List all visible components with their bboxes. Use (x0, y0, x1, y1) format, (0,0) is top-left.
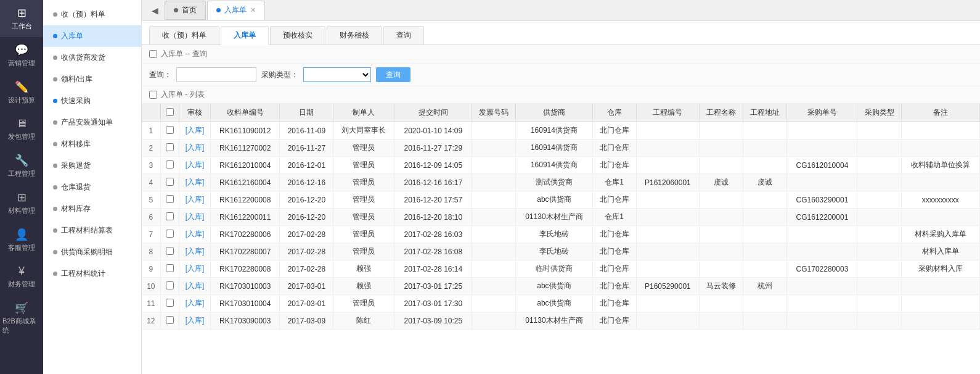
row-checkbox[interactable] (166, 160, 174, 168)
query-input[interactable] (176, 67, 256, 82)
ruku-link[interactable]: [入库] (186, 230, 205, 238)
row-purchase-type (857, 139, 901, 157)
row-checkbox-cell (160, 260, 179, 278)
row-checkbox[interactable] (166, 316, 174, 324)
row-purchase-no: CG1612200001 (787, 209, 857, 226)
nav-dot (53, 77, 57, 81)
query-button[interactable]: 查询 (376, 67, 410, 82)
nav-item-kuaisu[interactable]: 快速采购 (43, 90, 141, 112)
nav-dot (53, 250, 57, 254)
row-checkbox[interactable] (166, 299, 174, 307)
row-project-code (636, 157, 699, 174)
sidebar-item-materials[interactable]: ⊞ 材料管理 (0, 185, 43, 222)
row-purchase-no (787, 295, 857, 312)
nav-item-tongji[interactable]: 工程材料统计 (43, 263, 141, 285)
row-checkbox[interactable] (166, 143, 174, 151)
ruku-link[interactable]: [入库] (186, 247, 205, 256)
row-supplier: 160914供货商 (516, 122, 592, 139)
ruku-link[interactable]: [入库] (186, 212, 205, 221)
purchase-type-select[interactable]: 类型1 类型2 (303, 67, 371, 82)
nav-item-mingxi[interactable]: 供货商采购明细 (43, 241, 141, 263)
ruku-link[interactable]: [入库] (186, 143, 205, 152)
row-checkbox-cell (160, 243, 179, 260)
row-checkbox[interactable] (166, 178, 174, 186)
row-code: RK1703010004 (210, 295, 280, 312)
sidebar-item-subcontract[interactable]: 🖥 发包管理 (0, 111, 43, 148)
ruku-link[interactable]: [入库] (186, 264, 205, 273)
row-warehouse: 北门仓库 (592, 260, 636, 278)
ruku-link[interactable]: [入库] (186, 316, 205, 325)
row-maker: 赖强 (333, 260, 394, 278)
row-remark (901, 209, 979, 226)
sidebar-item-finance[interactable]: ¥ 财务管理 (0, 259, 43, 295)
row-checkbox[interactable] (166, 126, 174, 134)
row-purchase-no (787, 312, 857, 330)
row-purchase-type (857, 226, 901, 243)
row-index: 4 (142, 174, 160, 191)
ruku-link[interactable]: [入库] (186, 126, 205, 135)
sidebar-item-dashboard[interactable]: ⊞ 工作台 (0, 0, 43, 37)
sidebar-item-design[interactable]: ✏️ 设计预算 (0, 74, 43, 111)
row-checkbox-cell (160, 122, 179, 139)
col-remark: 备注 (901, 104, 979, 122)
list-title-checkbox[interactable] (149, 91, 157, 99)
nav-item-shouliao[interactable]: 收（预）料单 (43, 4, 141, 25)
nav-item-kucun[interactable]: 材料库存 (43, 198, 141, 220)
sub-tab-shouliao[interactable]: 收（预）料单 (149, 26, 219, 44)
nav-item-cangku-tui[interactable]: 仓库退货 (43, 177, 141, 198)
subcontract-icon: 🖥 (16, 117, 27, 130)
tab-home[interactable]: 首页 (165, 1, 206, 20)
row-checkbox[interactable] (166, 195, 174, 203)
nav-item-shougong[interactable]: 收供货商发货 (43, 47, 141, 69)
sub-tab-yushou[interactable]: 预收核实 (270, 26, 325, 44)
row-project-code (636, 243, 699, 260)
row-date: 2016-12-20 (280, 209, 333, 226)
row-project-addr (743, 312, 787, 330)
sub-tab-chaxun[interactable]: 查询 (383, 26, 424, 44)
query-title-checkbox[interactable] (149, 50, 157, 58)
sidebar-item-engineering[interactable]: 🔧 工程管理 (0, 148, 43, 185)
row-date: 2017-03-01 (280, 295, 333, 312)
ruku-link[interactable]: [入库] (186, 281, 205, 290)
ruku-link[interactable]: [入库] (186, 299, 205, 307)
row-checkbox[interactable] (166, 212, 174, 220)
table-row: 10 [入库] RK1703010003 2017-03-01 赖强 2017-… (142, 278, 980, 295)
nav-item-jiesuan[interactable]: 工程材料结算表 (43, 220, 141, 241)
row-submit-time: 2016-12-16 16:17 (394, 174, 472, 191)
sidebar-item-customer[interactable]: 👤 客服管理 (0, 222, 43, 259)
col-maker: 制单人 (333, 104, 394, 122)
nav-item-caigou-tui[interactable]: 采购退货 (43, 155, 141, 177)
row-checkbox[interactable] (166, 281, 174, 289)
nav-item-chanpin[interactable]: 产品安装通知单 (43, 112, 141, 133)
ruku-link[interactable]: [入库] (186, 195, 205, 204)
select-all-checkbox[interactable] (166, 108, 174, 116)
row-checkbox[interactable] (166, 230, 174, 238)
tab-ruku[interactable]: 入库单 ✕ (207, 1, 265, 20)
row-warehouse: 北门仓库 (592, 191, 636, 209)
row-link-cell: [入库] (179, 139, 211, 157)
sub-tab-ruku[interactable]: 入库单 (221, 26, 269, 45)
nav-item-ruku[interactable]: 入库单 (43, 25, 141, 47)
col-invoice: 发票号码 (472, 104, 516, 122)
sub-tab-caiwu[interactable]: 财务稽核 (327, 26, 382, 44)
row-supplier: 01130木材生产商 (516, 312, 592, 330)
col-purchasetype: 采购类型 (857, 104, 901, 122)
row-purchase-type (857, 312, 901, 330)
col-date: 日期 (280, 104, 333, 122)
nav-item-yiku[interactable]: 材料移库 (43, 133, 141, 155)
row-maker: 管理员 (333, 191, 394, 209)
row-link-cell: [入库] (179, 243, 211, 260)
ruku-link[interactable]: [入库] (186, 178, 205, 186)
row-checkbox[interactable] (166, 247, 174, 255)
marketing-icon: 💬 (15, 43, 28, 57)
ruku-link[interactable]: [入库] (186, 160, 205, 169)
row-code: RK1703090003 (210, 312, 280, 330)
row-checkbox[interactable] (166, 264, 174, 272)
sidebar-item-marketing[interactable]: 💬 营销管理 (0, 37, 43, 74)
collapse-button[interactable]: ◀ (147, 3, 163, 18)
tab-close-button[interactable]: ✕ (250, 6, 256, 14)
nav-item-lingliao[interactable]: 领料/出库 (43, 69, 141, 90)
row-project-code (636, 209, 699, 226)
row-supplier: 李氏地砖 (516, 226, 592, 243)
sidebar-item-b2b[interactable]: 🛒 B2B商城系统 (0, 295, 43, 341)
